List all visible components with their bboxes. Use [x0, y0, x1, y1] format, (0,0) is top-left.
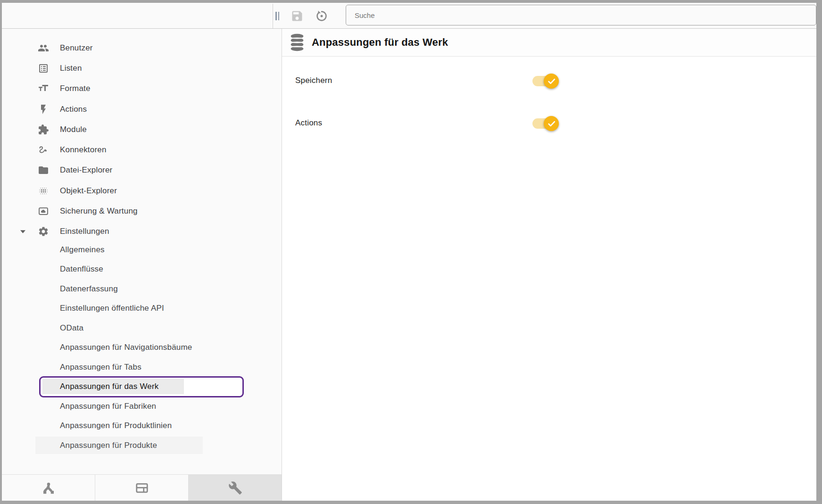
- sidebar-item-label: Module: [60, 125, 87, 134]
- sidebar-subitem-fabriken[interactable]: Anpassungen für Fabriken: [2, 397, 282, 416]
- check-icon: [547, 77, 556, 86]
- form-layout-icon: [135, 481, 149, 495]
- folder-icon: [38, 165, 49, 176]
- setting-label-actions: Actions: [295, 118, 322, 128]
- sidebar-item-objekt-explorer[interactable]: Objekt-Explorer: [2, 181, 282, 201]
- gear-icon: [38, 226, 49, 237]
- dots-grid-icon: [38, 185, 49, 197]
- sidebar-item-benutzer[interactable]: Benutzer: [2, 38, 282, 58]
- text-format-icon: [38, 83, 49, 94]
- sidebar-item-formate[interactable]: Formate: [2, 79, 282, 99]
- sidebar-subitem-navigationsbaeume[interactable]: Anpassungen für Navigationsbäume: [2, 338, 282, 357]
- bolt-icon: [38, 104, 49, 115]
- sidebar-subitem-produktlinien[interactable]: Anpassungen für Produktlinien: [2, 416, 282, 436]
- toggle-actions[interactable]: [532, 118, 557, 129]
- database-icon: [289, 33, 306, 52]
- sidebar-subitem-allgemeines[interactable]: Allgemeines: [2, 240, 282, 260]
- toolbar-separator: [273, 4, 273, 28]
- workflow-split-icon: [42, 481, 56, 495]
- connector-icon: [38, 144, 49, 156]
- sidebar-item-label: Sicherung & Wartung: [60, 207, 138, 216]
- window-border-top: [0, 0, 822, 3]
- sidebar-item-datei-explorer[interactable]: Datei-Explorer: [2, 160, 282, 181]
- tab-settings-tools[interactable]: [189, 475, 282, 501]
- sidebar-item-label: Benutzer: [60, 43, 93, 53]
- toggle-knob: [544, 116, 559, 131]
- sidebar-item-actions[interactable]: Actions: [2, 99, 282, 119]
- restore-button[interactable]: [315, 9, 329, 23]
- top-toolbar: [2, 3, 816, 29]
- sidebar-item-label: Listen: [60, 64, 82, 73]
- sidebar-item-label: Formate: [60, 84, 91, 93]
- sidebar-item-label: Actions: [60, 105, 87, 114]
- restore-history-icon: [315, 9, 329, 23]
- puzzle-icon: [38, 124, 49, 135]
- window-border-left: [0, 0, 2, 504]
- tab-workflow[interactable]: [2, 475, 95, 501]
- splitter-drag-handle[interactable]: [275, 12, 281, 20]
- sidebar-subitem-odata[interactable]: OData: [2, 318, 282, 338]
- sidebar-item-label: Konnektoren: [60, 145, 107, 155]
- setting-label-speichern: Speichern: [295, 76, 332, 85]
- save-icon: [291, 9, 304, 23]
- main-content: Anpassungen für das Werk Speichern Actio…: [282, 29, 816, 501]
- sidebar-bottom-tabbar: [2, 474, 282, 501]
- sidebar-subitem-das-werk-selected[interactable]: Anpassungen für das Werk: [2, 377, 282, 397]
- toggle-speichern[interactable]: [532, 76, 557, 86]
- save-button[interactable]: [290, 9, 304, 23]
- tree-collapse-arrow-icon[interactable]: [17, 226, 28, 237]
- nav-tree: Benutzer Listen Formate Actions Module: [2, 29, 282, 455]
- window-border-right: [816, 0, 822, 504]
- window-border-bottom: [0, 501, 822, 504]
- list-icon: [38, 63, 49, 74]
- sidebar-subitem-datenerfassung[interactable]: Datenerfassung: [2, 279, 282, 299]
- page-title: Anpassungen für das Werk: [312, 36, 448, 49]
- sidebar-item-einstellungen[interactable]: Einstellungen: [2, 222, 282, 242]
- sidebar-item-sicherung-wartung[interactable]: Sicherung & Wartung: [2, 201, 282, 221]
- sidebar-subitem-tabs[interactable]: Anpassungen für Tabs: [2, 357, 282, 377]
- sidebar-subitem-produkte[interactable]: Anpassungen für Produkte: [2, 436, 282, 455]
- tab-layout[interactable]: [95, 475, 189, 501]
- backup-icon: [38, 206, 49, 217]
- sidebar-subitem-datenfluesse[interactable]: Datenflüsse: [2, 259, 282, 279]
- search-input[interactable]: [346, 5, 816, 25]
- wrench-icon: [228, 481, 242, 495]
- sidebar-subitem-oeffentliche-api[interactable]: Einstellungen öffentliche API: [2, 298, 282, 318]
- navigation-sidebar: Benutzer Listen Formate Actions Module: [2, 29, 282, 501]
- sidebar-item-listen[interactable]: Listen: [2, 58, 282, 78]
- sidebar-item-label: Objekt-Explorer: [60, 186, 117, 196]
- einstellungen-sub-list: Allgemeines Datenflüsse Datenerfassung E…: [2, 240, 282, 455]
- sidebar-item-label: Datei-Explorer: [60, 165, 112, 175]
- check-icon: [547, 119, 556, 128]
- sidebar-item-module[interactable]: Module: [2, 119, 282, 140]
- users-icon: [38, 42, 49, 54]
- sidebar-item-label: Einstellungen: [60, 227, 109, 236]
- toggle-knob: [544, 74, 559, 89]
- content-header: Anpassungen für das Werk: [282, 29, 816, 57]
- sidebar-item-konnektoren[interactable]: Konnektoren: [2, 140, 282, 160]
